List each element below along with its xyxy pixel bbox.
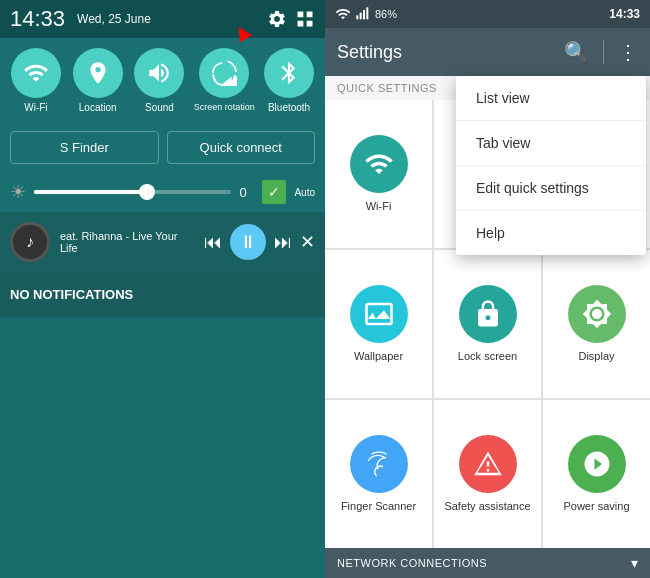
svg-rect-2: [363, 10, 365, 19]
dropdown-menu: List view Tab view Edit quick settings H…: [456, 76, 646, 255]
bluetooth-label: Bluetooth: [268, 102, 310, 113]
safety-label: Safety assistance: [444, 499, 530, 513]
music-disc: ♪: [10, 222, 50, 262]
right-header: Settings 🔍 ⋮: [325, 28, 650, 76]
s-finder-button[interactable]: S Finder: [10, 131, 159, 164]
signal-icon: [335, 6, 351, 22]
close-button[interactable]: ✕: [300, 231, 315, 253]
quick-icon-rotation[interactable]: Screen rotation: [194, 48, 255, 113]
chevron-down-icon: ▾: [631, 555, 638, 571]
cellular-icon: [355, 6, 371, 22]
finger-scanner-label: Finger Scanner: [341, 499, 416, 513]
power-saving-label: Power saving: [563, 499, 629, 513]
right-time: 14:33: [609, 7, 640, 21]
svg-rect-3: [366, 7, 368, 19]
search-icon[interactable]: 🔍: [564, 40, 589, 64]
right-status-bar: 86% 14:33: [325, 0, 650, 28]
brightness-slider[interactable]: [34, 190, 231, 194]
left-panel: 14:33 Wed, 25 June ▲ Wi-Fi: [0, 0, 325, 578]
buttons-row: S Finder Quick connect: [0, 123, 325, 172]
finger-scanner-icon: [350, 435, 408, 493]
sound-label: Sound: [145, 102, 174, 113]
no-notifications: NO NOTIFICATIONS: [0, 272, 325, 317]
grid-icon: [295, 9, 315, 29]
rotation-label: Screen rotation: [194, 102, 255, 112]
wallpaper-label: Wallpaper: [354, 349, 403, 363]
quick-icon-wifi[interactable]: Wi-Fi: [8, 48, 63, 113]
quick-icon-bluetooth[interactable]: Bluetooth: [262, 48, 317, 113]
svg-rect-0: [356, 15, 358, 19]
header-divider: [603, 40, 604, 64]
safety-icon: [459, 435, 517, 493]
wifi-settings-label: Wi-Fi: [366, 199, 392, 213]
quick-icon-location[interactable]: Location: [70, 48, 125, 113]
settings-cell-power[interactable]: Power saving: [543, 400, 650, 548]
music-player: ♪ eat. Rihanna - Live Your Life ⏮ ⏸ ⏭ ✕: [0, 212, 325, 272]
display-icon: [568, 285, 626, 343]
network-connections-bar[interactable]: NETWORK CONNECTIONS ▾: [325, 548, 650, 578]
settings-cell-wifi[interactable]: Wi-Fi: [325, 100, 432, 248]
power-saving-icon: [568, 435, 626, 493]
play-pause-button[interactable]: ⏸: [230, 224, 266, 260]
settings-cell-wallpaper[interactable]: Wallpaper: [325, 250, 432, 398]
dropdown-tab-view[interactable]: Tab view: [456, 121, 646, 166]
settings-cell-finger-scanner[interactable]: Finger Scanner: [325, 400, 432, 548]
left-time: 14:33: [10, 6, 65, 32]
wifi-label: Wi-Fi: [24, 102, 47, 113]
music-controls: ⏮ ⏸ ⏭ ✕: [204, 224, 315, 260]
lock-screen-icon: [459, 285, 517, 343]
dropdown-help[interactable]: Help: [456, 211, 646, 255]
display-label: Display: [578, 349, 614, 363]
right-status-icons: 86%: [335, 6, 397, 22]
settings-cell-display[interactable]: Display: [543, 250, 650, 398]
auto-label: Auto: [294, 187, 315, 198]
overflow-icon[interactable]: ⋮: [618, 40, 638, 64]
settings-cell-lock-screen[interactable]: Lock screen: [434, 250, 541, 398]
wallpaper-icon: [350, 285, 408, 343]
settings-title: Settings: [337, 42, 564, 63]
left-date: Wed, 25 June: [77, 12, 151, 26]
network-connections-label: NETWORK CONNECTIONS: [337, 557, 487, 569]
music-title: eat. Rihanna - Live Your Life: [60, 230, 194, 254]
next-button[interactable]: ⏭: [274, 232, 292, 253]
brightness-value: 0: [239, 185, 254, 200]
dropdown-edit-quick-settings[interactable]: Edit quick settings: [456, 166, 646, 211]
auto-check[interactable]: ✓: [262, 180, 286, 204]
left-status-icons: [267, 9, 315, 29]
battery-percent: 86%: [375, 8, 397, 20]
right-panel: 86% 14:33 Settings 🔍 ⋮ QUICK SETTINGS Wi…: [325, 0, 650, 578]
wifi-settings-icon: [350, 135, 408, 193]
brightness-row: ☀ 0 ✓ Auto: [0, 172, 325, 212]
gear-icon[interactable]: [267, 9, 287, 29]
quick-icon-sound[interactable]: Sound: [132, 48, 187, 113]
dropdown-list-view[interactable]: List view: [456, 76, 646, 121]
svg-rect-1: [360, 13, 362, 20]
settings-cell-safety[interactable]: Safety assistance: [434, 400, 541, 548]
brightness-low-icon: ☀: [10, 181, 26, 203]
header-icons: 🔍 ⋮: [564, 40, 638, 64]
prev-button[interactable]: ⏮: [204, 232, 222, 253]
location-label: Location: [79, 102, 117, 113]
quick-connect-button[interactable]: Quick connect: [167, 131, 316, 164]
quick-icons-row: Wi-Fi Location Sound: [0, 38, 325, 123]
lock-screen-label: Lock screen: [458, 349, 517, 363]
left-status-bar: 14:33 Wed, 25 June: [0, 0, 325, 38]
